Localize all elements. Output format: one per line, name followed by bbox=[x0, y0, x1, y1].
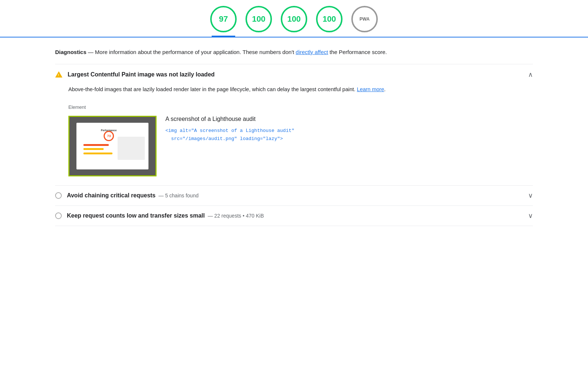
audit-lcp-title: Largest Contentful Paint image was not l… bbox=[68, 71, 215, 78]
score-pwa[interactable]: PWA bbox=[351, 6, 378, 32]
audit-request-counts-chevron: ∨ bbox=[528, 212, 533, 220]
element-card: Performance 73 A screenshot of a Lightho… bbox=[68, 116, 533, 176]
diagnostics-label: Diagnostics bbox=[55, 49, 86, 55]
score-accessibility[interactable]: 100 bbox=[245, 6, 272, 32]
warning-triangle-icon: ! bbox=[55, 71, 62, 78]
score-performance[interactable]: 97 bbox=[210, 6, 237, 32]
element-thumbnail: Performance 73 bbox=[68, 116, 157, 176]
scores-bar: 97 100 100 100 PWA bbox=[0, 0, 588, 37]
score-value-accessibility: 100 bbox=[252, 14, 266, 24]
score-value-seo: 100 bbox=[323, 14, 336, 24]
audit-lcp-description: Above-the-fold images that are lazily lo… bbox=[68, 85, 533, 94]
score-seo[interactable]: 100 bbox=[316, 6, 343, 32]
element-label: Element bbox=[68, 104, 533, 110]
diagnostics-header: Diagnostics — More information about the… bbox=[55, 37, 533, 64]
score-value-best-practices: 100 bbox=[287, 14, 301, 24]
svg-text:!: ! bbox=[58, 73, 59, 77]
audit-lcp-body: Above-the-fold images that are lazily lo… bbox=[55, 85, 533, 185]
score-value-performance: 97 bbox=[219, 14, 228, 24]
audit-request-counts: Keep request counts low and transfer siz… bbox=[55, 206, 533, 226]
audit-critical-requests-header[interactable]: Avoid chaining critical requests — 5 cha… bbox=[55, 186, 533, 205]
element-info: A screenshot of a Lighthouse audit <img … bbox=[165, 116, 533, 143]
main-content: Diagnostics — More information about the… bbox=[40, 37, 548, 226]
element-code: <img alt="A screenshot of a Lighthouse a… bbox=[165, 127, 533, 143]
audit-lcp-lazy-loaded: ! Largest Contentful Paint image was not… bbox=[55, 64, 533, 186]
active-tab-indicator bbox=[212, 36, 235, 37]
neutral-circle-icon-2 bbox=[55, 212, 62, 219]
element-alt-text: A screenshot of a Lighthouse audit bbox=[165, 116, 533, 122]
screenshot-inner: Performance 73 bbox=[76, 123, 149, 169]
audit-lcp-header[interactable]: ! Largest Contentful Paint image was not… bbox=[55, 64, 533, 85]
fake-screenshot: Performance 73 bbox=[69, 117, 155, 175]
diagnostics-description-prefix: — More information about the performance… bbox=[86, 49, 296, 55]
audit-critical-requests-chevron: ∨ bbox=[528, 191, 533, 200]
audit-request-counts-title: Keep request counts low and transfer siz… bbox=[67, 212, 205, 219]
audit-critical-requests-title: Avoid chaining critical requests bbox=[67, 192, 155, 199]
score-value-pwa: PWA bbox=[359, 17, 369, 22]
learn-more-link[interactable]: Learn more bbox=[357, 86, 384, 92]
audit-request-counts-subtitle: — 22 requests • 470 KiB bbox=[208, 213, 264, 219]
audit-request-counts-header[interactable]: Keep request counts low and transfer siz… bbox=[55, 206, 533, 226]
directly-affect-link[interactable]: directly affect bbox=[296, 49, 328, 55]
neutral-circle-icon-1 bbox=[55, 192, 62, 199]
diagnostics-description-suffix: the Performance score. bbox=[328, 49, 387, 55]
score-best-practices[interactable]: 100 bbox=[281, 6, 307, 32]
audit-critical-requests: Avoid chaining critical requests — 5 cha… bbox=[55, 186, 533, 206]
audit-lcp-chevron: ∧ bbox=[528, 71, 533, 79]
audit-critical-requests-subtitle: — 5 chains found bbox=[158, 193, 198, 198]
